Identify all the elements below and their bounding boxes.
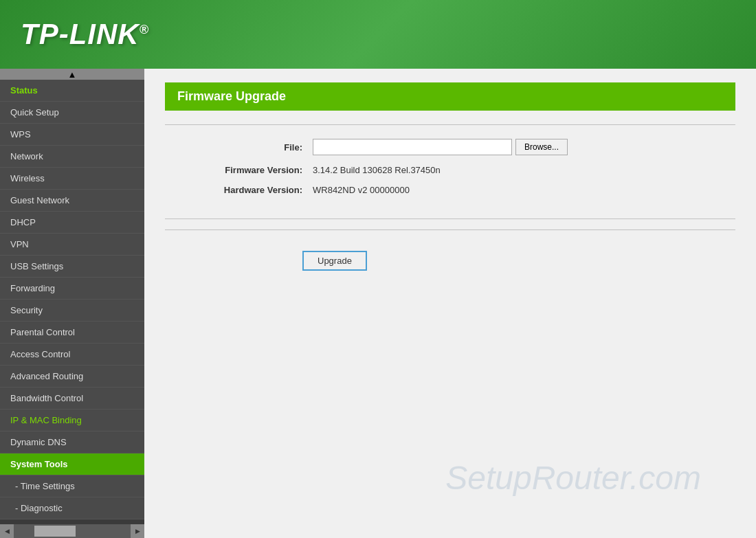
sidebar-item-vpn[interactable]: VPN xyxy=(0,234,144,256)
sidebar-item-wps[interactable]: WPS xyxy=(0,124,144,146)
hscroll-left-btn[interactable]: ◀ xyxy=(0,524,14,538)
header: TP-LINK® xyxy=(0,0,756,69)
sidebar-hscrollbar: ◀ ▶ xyxy=(0,524,144,538)
sidebar-item-advanced-routing[interactable]: Advanced Routing xyxy=(0,366,144,388)
content-area: Firmware Upgrade File: Browse... Firmwar… xyxy=(144,69,756,538)
sidebar-item-ip-mac-binding[interactable]: IP & MAC Binding xyxy=(0,410,144,431)
file-label: File: xyxy=(179,142,302,153)
upgrade-section: Upgrade xyxy=(165,240,735,281)
sidebar-item-firmware-upgrade[interactable]: - Firmware Upgrade xyxy=(0,519,144,524)
hardware-version-value: WR842ND v2 00000000 xyxy=(313,185,410,195)
browse-button[interactable]: Browse... xyxy=(515,139,568,155)
form-section: File: Browse... Firmware Version: 3.14.2… xyxy=(165,124,735,219)
sidebar-item-security[interactable]: Security xyxy=(0,300,144,322)
sidebar-item-quick-setup[interactable]: Quick Setup xyxy=(0,102,144,124)
firmware-version-label: Firmware Version: xyxy=(179,165,302,175)
sidebar-item-guest-network[interactable]: Guest Network xyxy=(0,190,144,212)
firmware-version-row: Firmware Version: 3.14.2 Build 130628 Re… xyxy=(165,165,735,175)
sidebar-item-dhcp[interactable]: DHCP xyxy=(0,212,144,234)
sidebar-item-dynamic-dns[interactable]: Dynamic DNS xyxy=(0,431,144,453)
sidebar-item-usb-settings[interactable]: USB Settings xyxy=(0,256,144,278)
firmware-version-value: 3.14.2 Build 130628 Rel.37450n xyxy=(313,165,441,175)
page-title: Firmware Upgrade xyxy=(177,89,286,103)
upgrade-button[interactable]: Upgrade xyxy=(302,251,367,271)
main-layout: ▲ Status Quick Setup WPS Network Wireles… xyxy=(0,69,756,538)
page-title-bar: Firmware Upgrade xyxy=(165,82,735,111)
file-input[interactable] xyxy=(313,139,512,155)
hardware-version-label: Hardware Version: xyxy=(179,185,302,195)
sidebar-item-diagnostic[interactable]: - Diagnostic xyxy=(0,497,144,519)
sidebar-item-forwarding[interactable]: Forwarding xyxy=(0,278,144,300)
sidebar-item-network[interactable]: Network xyxy=(0,146,144,168)
hscroll-thumb[interactable] xyxy=(34,526,76,537)
watermark: SetupRouter.com xyxy=(445,459,701,497)
scroll-up-btn[interactable]: ▲ xyxy=(0,69,144,80)
sidebar-item-status[interactable]: Status xyxy=(0,80,144,102)
sidebar-item-access-control[interactable]: Access Control xyxy=(0,344,144,366)
sidebar-item-system-tools[interactable]: System Tools xyxy=(0,453,144,475)
sidebar-item-parental-control[interactable]: Parental Control xyxy=(0,322,144,344)
section-divider xyxy=(165,229,735,230)
sidebar: ▲ Status Quick Setup WPS Network Wireles… xyxy=(0,69,144,538)
hardware-version-row: Hardware Version: WR842ND v2 00000000 xyxy=(165,185,735,195)
sidebar-scroll: ▲ Status Quick Setup WPS Network Wireles… xyxy=(0,69,144,524)
sidebar-item-time-settings[interactable]: - Time Settings xyxy=(0,475,144,497)
hscroll-track xyxy=(14,524,131,538)
sidebar-item-wireless[interactable]: Wireless xyxy=(0,168,144,190)
sidebar-item-bandwidth-control[interactable]: Bandwidth Control xyxy=(0,388,144,410)
logo: TP-LINK® xyxy=(21,18,149,51)
hscroll-right-btn[interactable]: ▶ xyxy=(131,524,144,538)
file-row: File: Browse... xyxy=(165,139,735,155)
